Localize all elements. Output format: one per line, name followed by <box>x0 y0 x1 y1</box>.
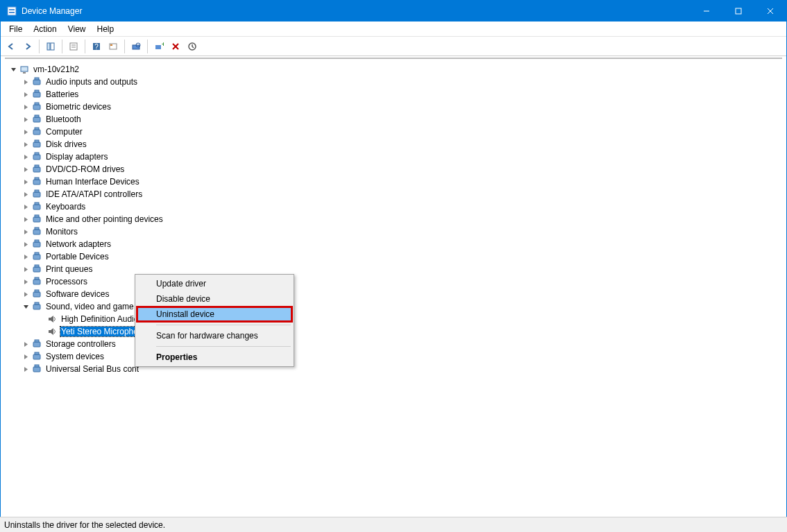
device-category-icon <box>31 176 42 187</box>
device-tree[interactable]: vm-10v21h2Audio inputs and outputsBatter… <box>1 60 786 516</box>
chevron-right-icon[interactable] <box>22 128 30 136</box>
tree-device[interactable]: Yeti Stereo Microphone <box>5 325 782 338</box>
tree-root[interactable]: vm-10v21h2 <box>5 63 782 76</box>
svg-rect-24 <box>23 72 26 74</box>
tree-category[interactable]: Software devices <box>5 288 782 300</box>
svg-rect-38 <box>35 153 39 155</box>
back-icon[interactable] <box>3 39 19 54</box>
svg-rect-48 <box>35 215 39 217</box>
svg-rect-8 <box>51 43 54 50</box>
svg-rect-53 <box>33 255 40 259</box>
device-category-icon <box>31 338 42 350</box>
tree-category[interactable]: Keyboards <box>5 200 782 213</box>
tree-category[interactable]: Print queues <box>5 263 782 275</box>
tree-category[interactable]: DVD/CD-ROM drives <box>5 163 782 175</box>
help-icon[interactable]: ? <box>89 39 104 54</box>
properties-icon[interactable] <box>66 39 81 54</box>
context-menu-item[interactable]: Disable device <box>137 291 292 307</box>
svg-rect-43 <box>33 192 40 197</box>
device-category-icon <box>31 251 42 262</box>
device-category-icon <box>31 126 42 137</box>
svg-rect-39 <box>33 167 40 172</box>
svg-rect-58 <box>35 277 39 280</box>
tree-category[interactable]: Bluetooth <box>5 113 782 126</box>
device-category-icon <box>31 276 42 287</box>
tree-category-label: Bluetooth <box>45 114 82 124</box>
svg-rect-18 <box>155 45 161 49</box>
svg-text:?: ? <box>94 43 99 51</box>
chevron-right-icon[interactable] <box>22 115 30 123</box>
menu-help[interactable]: Help <box>92 23 120 35</box>
expander-none <box>37 315 45 323</box>
content-divider <box>5 58 782 59</box>
tree-category[interactable]: Audio inputs and outputs <box>5 76 782 88</box>
chevron-right-icon[interactable] <box>22 340 30 348</box>
scan-hardware-icon[interactable] <box>128 39 144 54</box>
audio-device-icon <box>46 326 58 337</box>
tree-category[interactable]: Portable Devices <box>5 250 782 263</box>
device-category-icon <box>31 151 42 162</box>
context-menu-item[interactable]: Properties <box>137 350 292 365</box>
tree-category[interactable]: Processors <box>5 275 782 288</box>
tree-category[interactable]: Mice and other pointing devices <box>5 213 782 225</box>
context-menu-item[interactable]: Scan for hardware changes <box>137 328 292 343</box>
chevron-down-icon[interactable] <box>9 65 17 74</box>
context-menu-item-label: Uninstall device <box>156 309 214 319</box>
tree-category[interactable]: Batteries <box>5 88 782 101</box>
forward-icon[interactable] <box>20 39 35 54</box>
menu-file[interactable]: File <box>3 23 28 35</box>
svg-rect-45 <box>33 205 40 209</box>
menu-view[interactable]: View <box>62 23 92 35</box>
chevron-right-icon[interactable] <box>22 277 30 286</box>
tree-category[interactable]: Human Interface Devices <box>5 175 782 188</box>
menu-action[interactable]: Action <box>28 23 62 35</box>
update-icon[interactable] <box>185 39 200 54</box>
chevron-right-icon[interactable] <box>22 78 30 86</box>
tree-category[interactable]: Computer <box>5 126 782 138</box>
svg-rect-32 <box>35 115 39 117</box>
svg-rect-66 <box>35 352 39 354</box>
add-legacy-icon[interactable]: + <box>151 39 167 54</box>
chevron-right-icon[interactable] <box>22 203 30 211</box>
chevron-right-icon[interactable] <box>22 190 30 198</box>
chevron-right-icon[interactable] <box>22 352 30 361</box>
chevron-right-icon[interactable] <box>22 90 30 98</box>
tree-device[interactable]: High Definition Audio Device <box>5 313 782 325</box>
chevron-right-icon[interactable] <box>22 103 30 111</box>
show-hidden-icon[interactable] <box>105 39 121 54</box>
show-hide-tree-icon[interactable] <box>43 39 58 54</box>
toolbar: ? + <box>1 37 786 56</box>
chevron-right-icon[interactable] <box>22 228 30 236</box>
context-menu-item-label: Properties <box>156 352 197 362</box>
chevron-right-icon[interactable] <box>22 215 30 223</box>
minimize-button[interactable] <box>691 1 722 22</box>
tree-category[interactable]: Monitors <box>5 225 782 238</box>
context-menu-item[interactable]: Uninstall device <box>137 307 292 322</box>
tree-category[interactable]: Biometric devices <box>5 101 782 113</box>
chevron-down-icon[interactable] <box>22 302 30 311</box>
chevron-right-icon[interactable] <box>22 178 30 186</box>
chevron-right-icon[interactable] <box>22 140 30 148</box>
tree-category[interactable]: Disk drives <box>5 138 782 151</box>
chevron-right-icon[interactable] <box>22 265 30 273</box>
svg-rect-4 <box>736 8 741 14</box>
maximize-button[interactable] <box>722 1 754 22</box>
chevron-right-icon[interactable] <box>22 252 30 261</box>
chevron-right-icon[interactable] <box>22 365 30 373</box>
chevron-right-icon[interactable] <box>22 240 30 248</box>
tree-category[interactable]: Storage controllers <box>5 338 782 350</box>
chevron-right-icon[interactable] <box>22 290 30 298</box>
remove-icon[interactable] <box>168 39 183 54</box>
chevron-right-icon[interactable] <box>22 153 30 161</box>
context-menu-item[interactable]: Update driver <box>137 276 292 291</box>
tree-category[interactable]: Universal Serial Bus cont <box>5 363 782 375</box>
tree-category[interactable]: IDE ATA/ATAPI controllers <box>5 188 782 200</box>
close-button[interactable] <box>754 1 786 22</box>
tree-category-label: IDE ATA/ATAPI controllers <box>45 189 143 199</box>
chevron-right-icon[interactable] <box>22 165 30 173</box>
tree-category[interactable]: Network adapters <box>5 238 782 250</box>
tree-category[interactable]: Sound, video and game controllers <box>5 300 782 313</box>
tree-category[interactable]: System devices <box>5 350 782 363</box>
svg-rect-64 <box>35 340 39 342</box>
tree-category[interactable]: Display adapters <box>5 151 782 163</box>
